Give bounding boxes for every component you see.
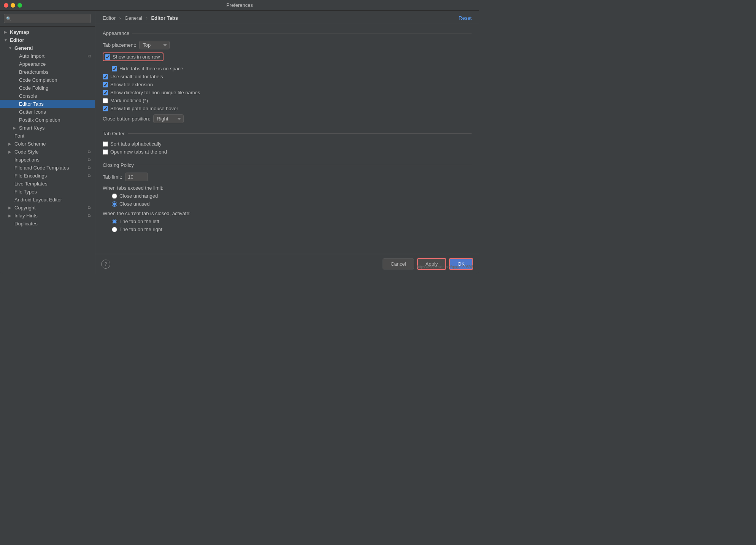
sidebar-item-inspections[interactable]: Inspections ⧉	[0, 156, 95, 164]
window-title: Preferences	[226, 2, 253, 8]
mark-modified-checkbox[interactable]	[103, 98, 108, 103]
search-wrapper: 🔍	[4, 14, 91, 23]
help-button[interactable]: ?	[101, 260, 110, 269]
inspections-copy-icon: ⧉	[88, 157, 91, 162]
general-arrow: ▼	[8, 46, 13, 50]
show-directory-row: Show directory for non-unique file names	[103, 90, 472, 95]
copyright-arrow: ▶	[8, 206, 13, 210]
copyright-copy-icon: ⧉	[88, 205, 91, 210]
close-button[interactable]	[4, 3, 8, 8]
inlay-hints-arrow: ▶	[8, 214, 13, 218]
file-types-label: File Types	[14, 189, 37, 195]
android-layout-editor-label: Android Layout Editor	[14, 197, 62, 203]
breadcrumb-editor: Editor	[103, 15, 116, 21]
show-tabs-one-row-checkbox[interactable]	[105, 54, 110, 60]
cancel-button[interactable]: Cancel	[383, 258, 414, 269]
sidebar-item-file-types[interactable]: File Types	[0, 188, 95, 196]
sidebar-item-font[interactable]: Font	[0, 132, 95, 140]
open-new-tabs-at-end-label: Open new tabs at the end	[110, 149, 167, 155]
footer: ? Cancel Apply OK https://blog.csdn.net/…	[95, 254, 479, 274]
tab-order-section-header: Tab Order	[103, 131, 472, 136]
file-code-templates-copy-icon: ⧉	[88, 165, 91, 170]
content-header: Editor › General › Editor Tabs Reset	[95, 11, 479, 24]
tab-on-right-radio[interactable]	[112, 227, 117, 232]
search-input[interactable]	[4, 14, 91, 23]
use-small-font-label: Use small font for labels	[110, 74, 163, 79]
maximize-button[interactable]	[17, 3, 22, 8]
auto-import-label: Auto Import	[19, 53, 44, 59]
sidebar-item-editor-tabs[interactable]: Editor Tabs	[0, 100, 95, 108]
tab-limit-label: Tab limit:	[103, 174, 122, 180]
show-full-path-row: Show full path on mouse hover	[103, 106, 472, 111]
sidebar-item-android-layout-editor[interactable]: Android Layout Editor	[0, 196, 95, 204]
tab-on-right-label: The tab on the right	[119, 227, 162, 232]
file-encodings-copy-icon: ⧉	[88, 173, 91, 178]
code-style-copy-icon: ⧉	[88, 149, 91, 154]
close-unused-radio[interactable]	[112, 201, 117, 207]
code-folding-label: Code Folding	[19, 85, 48, 91]
breadcrumb-general: General	[125, 15, 142, 21]
close-unchanged-row: Close unchanged	[112, 193, 472, 199]
keymap-arrow: ▶	[4, 30, 8, 34]
when-current-closed-label: When the current tab is closed, activate…	[103, 211, 191, 216]
close-unused-row: Close unused	[112, 201, 472, 207]
sidebar-item-duplicates[interactable]: Duplicates	[0, 220, 95, 228]
content-body: Appearance Tab placement: Top Bottom Lef…	[95, 24, 479, 254]
show-full-path-checkbox[interactable]	[103, 106, 108, 111]
window-controls	[4, 3, 22, 8]
color-scheme-arrow: ▶	[8, 142, 13, 146]
live-templates-label: Live Templates	[14, 181, 47, 187]
sidebar-item-gutter-icons[interactable]: Gutter Icons	[0, 108, 95, 116]
sidebar-item-live-templates[interactable]: Live Templates	[0, 180, 95, 188]
sidebar-item-editor[interactable]: ▼ Editor	[0, 36, 95, 44]
close-unchanged-radio[interactable]	[112, 193, 117, 199]
sidebar-item-general[interactable]: ▼ General	[0, 44, 95, 52]
close-button-position-row: Close button position: Right Left None	[103, 114, 472, 123]
sidebar-item-auto-import[interactable]: Auto Import ⧉	[0, 52, 95, 60]
sidebar-item-appearance[interactable]: Appearance	[0, 60, 95, 68]
show-directory-checkbox[interactable]	[103, 90, 108, 95]
use-small-font-checkbox[interactable]	[103, 74, 108, 79]
reset-button[interactable]: Reset	[459, 15, 472, 21]
preferences-window: Preferences 🔍 ▶ Keymap ▼ Editor	[0, 0, 479, 274]
editor-label: Editor	[10, 37, 24, 43]
appearance-section: Appearance Tab placement: Top Bottom Lef…	[103, 30, 472, 123]
tab-on-right-row: The tab on the right	[112, 227, 472, 232]
sidebar-item-breadcrumbs[interactable]: Breadcrumbs	[0, 68, 95, 76]
font-label: Font	[14, 133, 24, 139]
tab-on-left-radio[interactable]	[112, 219, 117, 224]
minimize-button[interactable]	[11, 3, 15, 8]
use-small-font-row: Use small font for labels	[103, 74, 472, 79]
sidebar-item-code-folding[interactable]: Code Folding	[0, 84, 95, 92]
tab-placement-dropdown[interactable]: Top Bottom Left Right None	[139, 41, 170, 49]
sidebar-item-smart-keys[interactable]: ▶ Smart Keys	[0, 124, 95, 132]
sidebar-item-keymap[interactable]: ▶ Keymap	[0, 28, 95, 36]
sidebar-item-file-encodings[interactable]: File Encodings ⧉	[0, 172, 95, 180]
sidebar-item-console[interactable]: Console	[0, 92, 95, 100]
hide-tabs-checkbox[interactable]	[112, 66, 117, 71]
editor-tabs-label: Editor Tabs	[19, 101, 44, 107]
code-style-label: Code Style	[14, 149, 39, 155]
open-new-tabs-at-end-checkbox[interactable]	[103, 149, 108, 155]
closing-policy-section-header: Closing Policy	[103, 162, 472, 168]
sidebar-item-inlay-hints[interactable]: ▶ Inlay Hints ⧉	[0, 212, 95, 220]
sidebar-item-code-completion[interactable]: Code Completion	[0, 76, 95, 84]
inspections-label: Inspections	[14, 157, 40, 163]
tab-limit-input[interactable]	[125, 173, 148, 181]
breadcrumb: Editor › General › Editor Tabs	[103, 15, 178, 21]
close-button-label: Close button position:	[103, 116, 150, 122]
sidebar-item-postfix-completion[interactable]: Postfix Completion	[0, 116, 95, 124]
file-encodings-label: File Encodings	[14, 173, 47, 179]
close-button-dropdown[interactable]: Right Left None	[153, 114, 184, 123]
show-directory-label: Show directory for non-unique file names	[110, 90, 200, 95]
show-full-path-label: Show full path on mouse hover	[110, 106, 178, 111]
content-panel: Editor › General › Editor Tabs Reset App…	[95, 11, 479, 274]
show-file-ext-checkbox[interactable]	[103, 82, 108, 87]
keymap-label: Keymap	[10, 29, 29, 35]
sidebar-item-file-code-templates[interactable]: File and Code Templates ⧉	[0, 164, 95, 172]
sidebar-item-copyright[interactable]: ▶ Copyright ⧉	[0, 204, 95, 212]
show-file-ext-label: Show file extension	[110, 82, 153, 87]
sidebar-item-code-style[interactable]: ▶ Code Style ⧉	[0, 148, 95, 156]
sidebar-item-color-scheme[interactable]: ▶ Color Scheme	[0, 140, 95, 148]
sort-tabs-alphabetically-checkbox[interactable]	[103, 141, 108, 147]
